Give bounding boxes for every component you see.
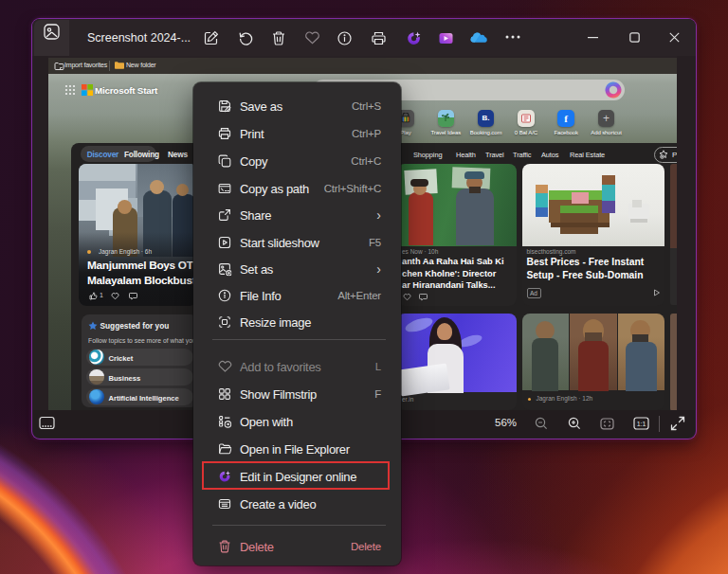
svg-text:1:1: 1:1 <box>637 421 646 427</box>
